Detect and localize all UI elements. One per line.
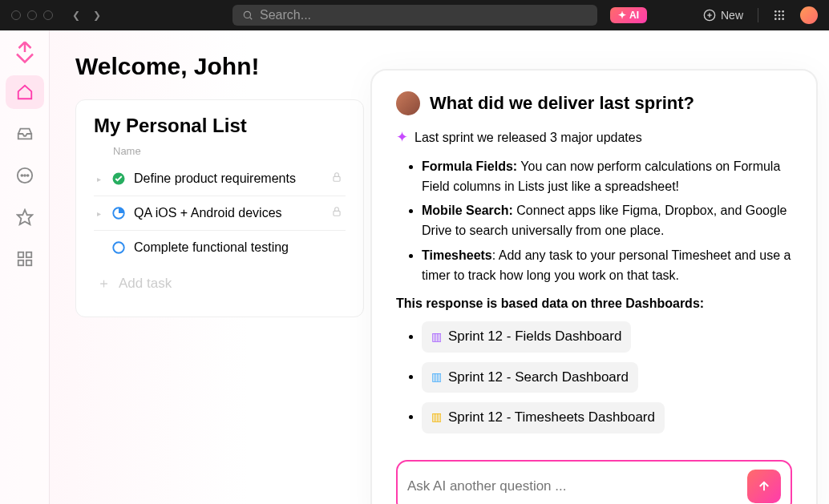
nav-forward-icon[interactable]: ❯ bbox=[88, 8, 106, 22]
maximize-window[interactable] bbox=[43, 10, 53, 20]
task-name: Define product requirements bbox=[134, 171, 296, 186]
dashboard-chip[interactable]: ▥Sprint 12 - Timesheets Dashboard bbox=[422, 402, 665, 433]
status-open-icon bbox=[111, 240, 126, 255]
ai-bullet: Formula Fields: You can now perform calc… bbox=[422, 157, 792, 197]
ai-sparkle-icon: ✦ bbox=[396, 127, 408, 149]
ai-bullet: Timesheets: Add any task to your persona… bbox=[422, 246, 792, 286]
svg-line-1 bbox=[250, 18, 253, 20]
task-name: QA iOS + Android devices bbox=[134, 206, 282, 220]
chart-icon: ▥ bbox=[431, 369, 442, 386]
svg-point-6 bbox=[778, 10, 781, 13]
add-task-button[interactable]: ＋ Add task bbox=[94, 264, 346, 302]
expand-caret-icon[interactable]: ▸ bbox=[97, 209, 103, 218]
task-name: Complete functional testing bbox=[134, 240, 289, 255]
status-done-icon bbox=[111, 171, 126, 186]
personal-list-card: My Personal List Name ▸Define product re… bbox=[75, 99, 364, 317]
window-controls bbox=[11, 10, 53, 20]
task-row[interactable]: ▸QA iOS + Android devices bbox=[94, 196, 346, 231]
arrow-up-icon bbox=[757, 479, 771, 494]
ai-question: What did we deliver last sprint? bbox=[430, 93, 694, 114]
svg-point-7 bbox=[782, 10, 784, 13]
dashboard-source: ▥Sprint 12 - Search Dashboard bbox=[422, 362, 792, 393]
nav-back-icon[interactable]: ❮ bbox=[67, 8, 85, 22]
chart-icon: ▥ bbox=[431, 409, 442, 426]
svg-point-12 bbox=[778, 18, 781, 20]
svg-point-15 bbox=[21, 175, 22, 176]
svg-point-5 bbox=[774, 10, 777, 13]
task-row[interactable]: Complete functional testing bbox=[94, 231, 346, 264]
app-logo bbox=[13, 40, 37, 64]
dashboard-source: ▥Sprint 12 - Fields Dashboard bbox=[422, 321, 792, 352]
grid-icon bbox=[16, 250, 34, 268]
svg-marker-18 bbox=[17, 210, 31, 224]
chart-icon: ▥ bbox=[431, 329, 442, 346]
svg-point-9 bbox=[778, 14, 781, 17]
dashboard-source: ▥Sprint 12 - Timesheets Dashboard bbox=[422, 402, 792, 433]
new-button[interactable]: New bbox=[703, 9, 743, 22]
lock-icon bbox=[331, 206, 342, 220]
sparkle-icon: ✦ bbox=[618, 10, 626, 21]
column-header-name: Name bbox=[94, 145, 346, 157]
svg-point-0 bbox=[244, 11, 250, 18]
avatar[interactable] bbox=[800, 6, 818, 24]
divider bbox=[758, 8, 758, 22]
svg-point-8 bbox=[774, 14, 777, 17]
svg-point-17 bbox=[26, 175, 28, 176]
svg-rect-19 bbox=[18, 252, 22, 257]
svg-point-10 bbox=[782, 14, 784, 17]
sidebar-home[interactable] bbox=[6, 75, 44, 109]
sidebar-inbox[interactable] bbox=[6, 117, 44, 151]
close-window[interactable] bbox=[11, 10, 21, 20]
task-row[interactable]: ▸Define product requirements bbox=[94, 162, 346, 196]
plus-icon: ＋ bbox=[97, 274, 111, 292]
dashboard-chip[interactable]: ▥Sprint 12 - Search Dashboard bbox=[422, 362, 638, 393]
global-search[interactable]: Search... bbox=[233, 5, 597, 26]
titlebar: ❮ ❯ Search... ✦ AI New bbox=[0, 0, 829, 30]
sidebar-dashboards[interactable] bbox=[6, 242, 44, 276]
more-circle-icon bbox=[16, 167, 34, 184]
star-icon bbox=[16, 208, 34, 226]
user-avatar bbox=[396, 91, 420, 115]
sidebar bbox=[0, 30, 50, 504]
svg-point-11 bbox=[774, 18, 777, 20]
svg-point-27 bbox=[113, 242, 124, 253]
ai-input[interactable] bbox=[407, 478, 747, 494]
home-icon bbox=[16, 83, 34, 101]
minimize-window[interactable] bbox=[27, 10, 37, 20]
ai-input-container bbox=[396, 460, 792, 504]
status-progress-icon bbox=[111, 206, 126, 220]
nav-arrows: ❮ ❯ bbox=[67, 8, 106, 22]
svg-point-13 bbox=[782, 18, 784, 20]
lock-icon bbox=[331, 171, 342, 186]
search-placeholder: Search... bbox=[260, 8, 311, 22]
sidebar-more[interactable] bbox=[6, 159, 44, 192]
svg-rect-21 bbox=[18, 260, 22, 265]
ai-response: ✦Last sprint we released 3 major updates… bbox=[396, 127, 792, 454]
apps-grid-icon[interactable] bbox=[773, 9, 786, 22]
expand-caret-icon[interactable]: ▸ bbox=[97, 175, 103, 183]
ai-panel: What did we deliver last sprint? ✦Last s… bbox=[370, 69, 818, 504]
dashboard-chip[interactable]: ▥Sprint 12 - Fields Dashboard bbox=[422, 321, 631, 352]
list-title: My Personal List bbox=[94, 115, 346, 137]
svg-rect-24 bbox=[334, 176, 340, 181]
plus-circle-icon bbox=[703, 9, 716, 22]
svg-rect-26 bbox=[334, 211, 340, 216]
svg-rect-22 bbox=[26, 260, 30, 265]
inbox-icon bbox=[16, 125, 34, 143]
ai-bullet: Mobile Search: Connect apps like Figma, … bbox=[422, 201, 792, 241]
sidebar-favorites[interactable] bbox=[6, 200, 44, 234]
ai-send-button[interactable] bbox=[747, 470, 781, 503]
svg-rect-20 bbox=[26, 252, 30, 257]
search-icon bbox=[242, 10, 253, 21]
svg-point-16 bbox=[24, 175, 26, 176]
ai-badge[interactable]: ✦ AI bbox=[610, 7, 647, 23]
